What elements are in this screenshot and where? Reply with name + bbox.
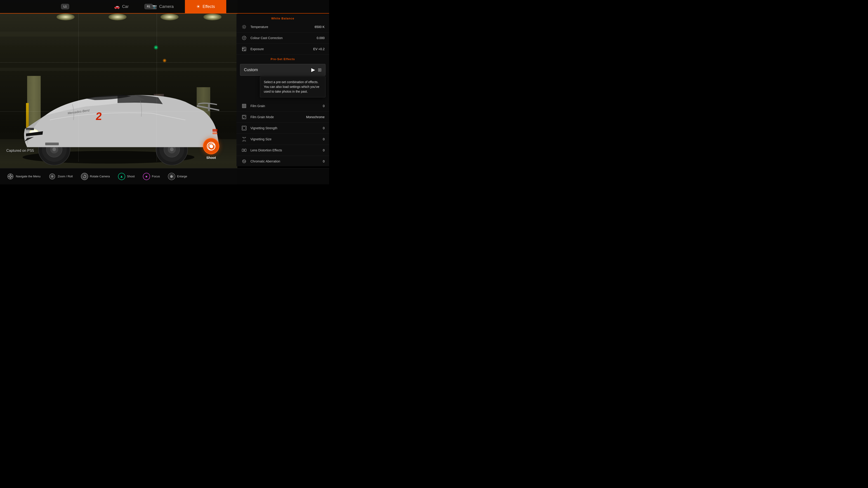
- film-grain-mode-value: Monochrome: [306, 115, 324, 119]
- colour-cast-row[interactable]: Colour Cast Correction 0.000: [237, 33, 329, 43]
- preset-dropdown[interactable]: Custom ▶ ⊞: [240, 64, 326, 76]
- vignetting-strength-label: Vignetting Strength: [250, 126, 323, 130]
- orange-light: [163, 59, 166, 62]
- lens-distortion-icon: [241, 147, 247, 153]
- film-grain-mode-icon: [241, 114, 247, 120]
- rotate-label: Rotate Camera: [90, 175, 110, 178]
- effects-icon: ☀: [196, 4, 200, 9]
- joystick-left-icon: [7, 173, 14, 180]
- car-icon: 🚗: [114, 4, 120, 9]
- zoom-control: Zoom / Roll: [49, 173, 72, 180]
- vignetting-size-icon: [241, 136, 247, 142]
- temperature-row[interactable]: Temperature 6500 K: [237, 22, 329, 33]
- vignetting-strength-icon: [241, 125, 247, 131]
- square-btn[interactable]: ■: [143, 173, 150, 180]
- chromatic-aberration-label: Chromatic Aberration: [250, 160, 323, 163]
- svg-point-86: [9, 175, 12, 178]
- exposure-value: EV +0.2: [313, 47, 324, 51]
- cursor-pointer: ▶: [311, 67, 315, 73]
- film-grain-row[interactable]: Film Grain 0: [237, 101, 329, 111]
- triangle-btn[interactable]: ▲: [118, 173, 125, 180]
- tab-car[interactable]: 🚗 Car: [103, 0, 140, 13]
- car-scene: 2 Mercedes-Benz AMG: [0, 0, 237, 184]
- tab-effects[interactable]: ☀ Effects: [185, 0, 226, 13]
- navigate-label: Navigate the Menu: [16, 175, 40, 178]
- exposure-row[interactable]: + - + Exposure EV +0.2: [237, 43, 329, 55]
- film-grain-value: 0: [323, 104, 324, 108]
- navigate-control: Navigate the Menu: [7, 173, 40, 180]
- grid-line-h1: [0, 62, 237, 63]
- tab-camera-label: Camera: [159, 4, 174, 9]
- shoot-control-label: Shoot: [127, 175, 135, 178]
- svg-point-41: [245, 105, 245, 105]
- beam-h1: [0, 32, 237, 37]
- preset-effects-header: Pre-Set Effects: [237, 55, 329, 62]
- svg-rect-20: [213, 132, 217, 134]
- vignetting-size-value: 0: [323, 137, 324, 141]
- svg-rect-59: [245, 149, 246, 152]
- svg-point-50: [244, 116, 244, 116]
- tooltip-text: Select a pre-set combination of effects.…: [264, 80, 319, 93]
- captured-label: Captured on PS5: [6, 149, 34, 153]
- chromatic-aberration-row[interactable]: Chromatic Aberration 0: [237, 156, 329, 166]
- vignetting-strength-row[interactable]: Vignetting Strength 0: [237, 123, 329, 134]
- viewport: 2 Mercedes-Benz AMG: [0, 0, 237, 184]
- svg-rect-97: [170, 176, 171, 178]
- tab-effects-label: Effects: [203, 4, 215, 9]
- l1-bumper[interactable]: L1: [61, 4, 69, 9]
- r1-bumper[interactable]: R1: [145, 4, 153, 9]
- preset-dropdown-container: Custom ▶ ⊞ Select a pre-set combination …: [237, 64, 329, 76]
- tab-car-label: Car: [122, 4, 129, 9]
- svg-text:AMG: AMG: [26, 128, 30, 130]
- joystick-right-icon: [49, 173, 56, 180]
- colour-cast-icon: [241, 35, 247, 41]
- top-navigation: L1 🚗 Car 📷 Camera ☀ Effects R1: [0, 0, 329, 13]
- svg-rect-96: [172, 175, 173, 176]
- svg-point-10: [53, 148, 56, 151]
- svg-line-30: [245, 26, 246, 26]
- svg-point-49: [243, 116, 243, 116]
- camera-shutter-icon: [207, 142, 215, 151]
- svg-point-21: [209, 143, 215, 150]
- preset-grid-icon[interactable]: ⊞: [318, 67, 322, 72]
- svg-text:+: +: [243, 48, 243, 49]
- vignetting-size-row[interactable]: Vignetting Size 0: [237, 134, 329, 145]
- svg-text:-: -: [243, 50, 243, 51]
- svg-point-39: [243, 105, 243, 105]
- ceiling-light-2: [108, 13, 127, 20]
- bottom-bar: Navigate the Menu Zoom / Roll Rotate Cam…: [0, 168, 329, 184]
- zoom-label: Zoom / Roll: [58, 175, 72, 178]
- svg-point-52: [243, 117, 243, 118]
- temperature-label: Temperature: [250, 25, 315, 29]
- colour-cast-label: Colour Cast Correction: [250, 36, 317, 40]
- svg-text:+: +: [244, 50, 245, 51]
- svg-rect-95: [170, 175, 171, 176]
- film-grain-label: Film Grain: [250, 104, 323, 108]
- temperature-icon: [241, 24, 247, 30]
- svg-point-40: [244, 105, 244, 105]
- film-grain-mode-label: Film Grain Mode: [250, 115, 306, 119]
- vignetting-strength-value: 0: [323, 126, 324, 130]
- preset-tooltip: Select a pre-set combination of effects.…: [260, 76, 326, 97]
- svg-line-31: [243, 28, 243, 29]
- colour-cast-value: 0.000: [317, 36, 324, 40]
- shoot-button[interactable]: [203, 138, 219, 154]
- exposure-icon: + - +: [241, 46, 247, 52]
- ceiling-light-3: [160, 13, 179, 20]
- svg-point-5: [170, 148, 174, 151]
- exposure-label: Exposure: [250, 47, 313, 51]
- svg-point-45: [243, 107, 243, 107]
- white-balance-header: White Balance: [237, 14, 329, 22]
- focus-control: ■ Focus: [143, 173, 160, 180]
- shoot-button-container: Shoot: [203, 138, 219, 160]
- green-light: [154, 45, 158, 50]
- svg-point-42: [243, 106, 243, 106]
- svg-point-47: [245, 107, 245, 107]
- enlarge-btn[interactable]: [168, 173, 175, 180]
- ceiling-light-4: [204, 13, 221, 20]
- rotate-btn[interactable]: [81, 173, 88, 180]
- lens-distortion-row[interactable]: Lens Distortion Effects 0: [237, 145, 329, 156]
- film-grain-mode-row[interactable]: Film Grain Mode Monochrome: [237, 111, 329, 123]
- beam-h2: [0, 68, 237, 71]
- temperature-value: 6500 K: [315, 25, 324, 29]
